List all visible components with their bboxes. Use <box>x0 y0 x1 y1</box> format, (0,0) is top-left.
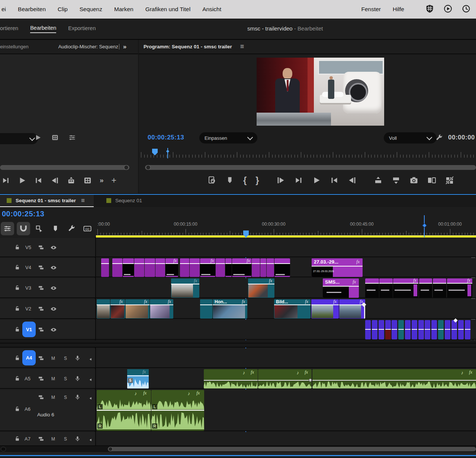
volume-rubber-band[interactable] <box>204 380 258 381</box>
mixer-dropdown[interactable]: 1 <box>0 133 38 144</box>
voiceover-mic-icon[interactable] <box>74 355 81 361</box>
voiceover-mic-icon[interactable] <box>74 375 81 382</box>
tab-settings-truncated[interactable]: einstellungen <box>0 44 29 49</box>
track-label-v2[interactable]: V2 <box>25 306 31 312</box>
track-label-a7[interactable]: A7 <box>25 436 30 442</box>
monitor-speaker-icon[interactable] <box>89 437 93 441</box>
timeline-horizontal-scrollbar[interactable] <box>0 446 476 452</box>
go-to-out-icon[interactable] <box>51 176 59 185</box>
workspace-tab-bearbeiten[interactable]: Bearbeiten <box>30 25 56 33</box>
timeline-clip-p[interactable] <box>252 258 260 277</box>
source-patch-icon[interactable] <box>38 244 44 251</box>
lock-icon[interactable] <box>14 436 20 442</box>
linked-selection-icon[interactable] <box>33 222 46 235</box>
wrench-icon[interactable] <box>435 134 443 142</box>
source-patch-icon[interactable] <box>38 264 44 271</box>
lock-icon[interactable] <box>14 244 20 251</box>
timeline-clip-pk2[interactable] <box>419 278 432 298</box>
timeline-clip-v1[interactable] <box>465 320 470 339</box>
lock-icon[interactable] <box>14 264 20 271</box>
program-settings-wrench-icon[interactable] <box>435 134 443 142</box>
menu-item-bearbeiten[interactable]: Bearbeiten <box>18 6 46 13</box>
panel-menu-icon[interactable]: ≡ <box>240 43 244 51</box>
timeline-clip-v1[interactable] <box>458 320 464 339</box>
snap-magnet-icon[interactable] <box>17 222 30 235</box>
mark-in-icon[interactable]: { <box>243 176 247 185</box>
timeline-timecode[interactable]: 00:00:25:13 <box>2 210 44 218</box>
export-frame-icon[interactable] <box>409 176 418 185</box>
voiceover-mic-icon[interactable] <box>74 436 81 442</box>
source-patch-icon[interactable] <box>38 326 44 333</box>
timeline-clip-pk2[interactable] <box>433 278 446 298</box>
mute-button[interactable]: M <box>51 395 55 400</box>
timeline-clip-v1[interactable] <box>405 320 411 339</box>
timeline-clip-teal[interactable]: fx <box>150 299 173 319</box>
add-button[interactable]: + <box>112 175 116 186</box>
add-marker-icon[interactable] <box>225 176 234 185</box>
timeline-clip-p[interactable] <box>145 258 155 277</box>
timeline-clip-pk2[interactable] <box>379 278 393 298</box>
toggle-track-output-eye-icon[interactable] <box>50 306 57 312</box>
workspace-tab-exportieren[interactable]: Exportieren <box>68 25 96 33</box>
workspace-tab-ortieren[interactable]: ortieren <box>0 25 18 33</box>
toggle-track-output-eye-icon[interactable] <box>50 244 57 251</box>
multi-camera-icon[interactable] <box>445 176 454 185</box>
volume-rubber-band[interactable] <box>258 380 312 381</box>
menu-item-grafiken-und-titel[interactable]: Grafiken und Titel <box>145 6 190 13</box>
track-label-a6[interactable]: A6 <box>25 406 30 412</box>
source-patch-icon[interactable] <box>38 394 44 400</box>
captions-cc-icon[interactable]: CC <box>81 222 94 235</box>
program-scrollbar[interactable] <box>145 165 476 170</box>
source-patch-icon[interactable] <box>38 355 44 361</box>
lock-icon[interactable] <box>14 355 20 361</box>
toggle-track-output-eye-icon[interactable] <box>50 264 57 271</box>
volume-keyframe-handle[interactable] <box>309 378 312 382</box>
mute-button[interactable]: M <box>51 376 55 381</box>
timeline-clip-hon[interactable]: Hon...fx <box>213 299 247 319</box>
mark-out-icon[interactable]: } <box>255 176 259 185</box>
track-lane-a7[interactable] <box>96 432 476 446</box>
tab-sequence-smsc-trailer[interactable]: Sequenz 01 - smsc trailer ≡ <box>0 195 94 207</box>
timeline-clip-pk2[interactable]: fx <box>447 278 472 298</box>
solo-button[interactable]: S <box>64 436 67 442</box>
menu-item-sequenz[interactable]: Sequenz <box>80 6 102 13</box>
track-label-v3[interactable]: V3 <box>25 285 31 291</box>
source-patch-icon[interactable] <box>38 306 44 312</box>
monitor-speaker-icon[interactable] <box>89 356 93 360</box>
lock-icon[interactable] <box>14 406 20 412</box>
timeline-clip-agreen[interactable]: ♪fx <box>312 369 476 388</box>
timeline-clip-violet[interactable]: fx <box>339 299 365 319</box>
solo-button[interactable]: S <box>64 356 67 361</box>
go-to-out-icon[interactable] <box>348 176 357 185</box>
timeline-clip-agreen[interactable]: ♪fx <box>258 369 312 388</box>
timeline-clip-p[interactable] <box>190 258 200 277</box>
go-to-previous-edit-icon[interactable] <box>1 176 10 185</box>
source-patch-icon[interactable] <box>38 285 44 291</box>
timeline-clip-p[interactable] <box>101 258 109 277</box>
menu-item-hilfe[interactable]: Hilfe <box>393 6 404 13</box>
film-icon[interactable] <box>83 176 92 185</box>
menu-item-ansicht[interactable]: Ansicht <box>202 6 221 13</box>
timeline-clip-teal[interactable] <box>97 299 110 319</box>
timeline-clip-p[interactable] <box>267 258 274 277</box>
track-label-a5[interactable]: A5 <box>25 376 30 381</box>
timeline-clip-v1[interactable] <box>425 320 430 339</box>
timeline-clip-p[interactable] <box>216 258 225 277</box>
track-label-v5[interactable]: V5 <box>25 245 31 250</box>
lock-icon[interactable] <box>14 326 20 333</box>
timeline-clip-v1[interactable] <box>385 320 391 339</box>
go-to-next-edit-icon[interactable] <box>34 176 43 185</box>
program-timecode[interactable]: 00:00:25:13 <box>148 134 184 141</box>
track-target-v1[interactable]: V1 <box>22 322 36 337</box>
fit-dropdown[interactable]: Einpassen <box>199 132 257 143</box>
timeline-clip-v1[interactable] <box>365 320 371 339</box>
track-lane-v5[interactable] <box>96 238 476 257</box>
voiceover-mic-icon[interactable] <box>74 394 81 400</box>
timeline-clip-pk2[interactable]: fx <box>393 278 418 298</box>
timeline-clip-sms[interactable]: SMS...fx <box>323 278 359 298</box>
timeline-clip-p[interactable] <box>180 258 189 277</box>
scrollbar-thumb[interactable] <box>108 447 476 451</box>
left-panel-scrollbar[interactable] <box>0 165 129 170</box>
track-lane-a4[interactable] <box>96 348 476 368</box>
panel-overflow-chevron[interactable]: » <box>123 43 126 51</box>
